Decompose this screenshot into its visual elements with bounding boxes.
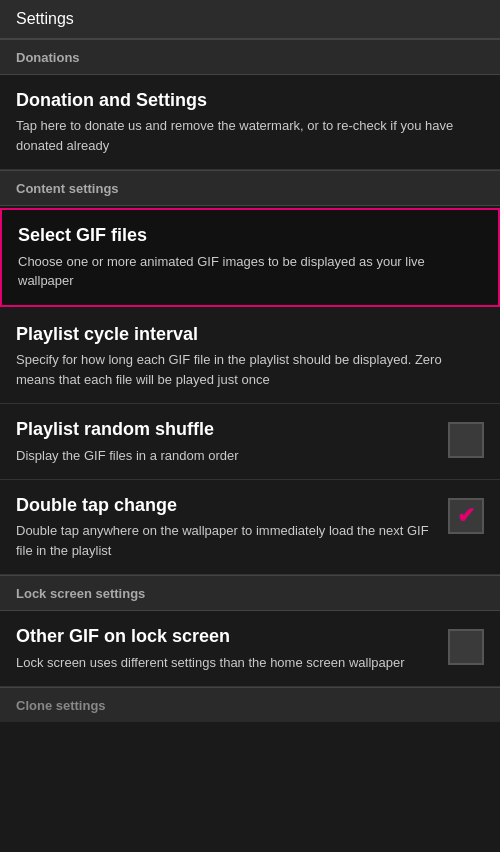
select-gif-item[interactable]: Select GIF files Choose one or more anim… <box>0 208 500 306</box>
double-tap-text-block: Double tap change Double tap anywhere on… <box>16 494 448 560</box>
other-gif-description: Lock screen uses different settings than… <box>16 653 438 673</box>
playlist-shuffle-text-block: Playlist random shuffle Display the GIF … <box>16 418 448 465</box>
playlist-shuffle-checkbox[interactable] <box>448 422 484 458</box>
donations-section-label: Donations <box>16 50 80 65</box>
select-gif-description: Choose one or more animated GIF images t… <box>18 252 472 291</box>
checkmark-icon: ✔ <box>457 503 475 529</box>
content-settings-label: Content settings <box>16 181 119 196</box>
donation-title: Donation and Settings <box>16 89 484 112</box>
playlist-cycle-title: Playlist cycle interval <box>16 323 474 346</box>
donation-settings-item[interactable]: Donation and Settings Tap here to donate… <box>0 75 500 170</box>
select-gif-title: Select GIF files <box>18 224 472 247</box>
other-gif-checkbox-container <box>448 625 484 665</box>
double-tap-item[interactable]: Double tap change Double tap anywhere on… <box>0 480 500 575</box>
double-tap-title: Double tap change <box>16 494 438 517</box>
double-tap-checkbox[interactable]: ✔ <box>448 498 484 534</box>
double-tap-checkbox-container: ✔ <box>448 494 484 534</box>
other-gif-text-block: Other GIF on lock screen Lock screen use… <box>16 625 448 672</box>
playlist-shuffle-item[interactable]: Playlist random shuffle Display the GIF … <box>0 404 500 480</box>
playlist-shuffle-title: Playlist random shuffle <box>16 418 438 441</box>
donations-section-header: Donations <box>0 39 500 75</box>
playlist-shuffle-checkbox-container <box>448 418 484 458</box>
playlist-cycle-item[interactable]: Playlist cycle interval Specify for how … <box>0 309 500 404</box>
other-gif-lock-item[interactable]: Other GIF on lock screen Lock screen use… <box>0 611 500 687</box>
donation-description: Tap here to donate us and remove the wat… <box>16 116 484 155</box>
playlist-cycle-text-block: Playlist cycle interval Specify for how … <box>16 323 484 389</box>
playlist-cycle-description: Specify for how long each GIF file in th… <box>16 350 474 389</box>
title-bar-text: Settings <box>16 10 74 27</box>
content-settings-section-header: Content settings <box>0 170 500 206</box>
clone-settings-label: Clone settings <box>16 698 106 713</box>
other-gif-title: Other GIF on lock screen <box>16 625 438 648</box>
select-gif-text-block: Select GIF files Choose one or more anim… <box>18 224 482 290</box>
title-bar: Settings <box>0 0 500 39</box>
other-gif-checkbox[interactable] <box>448 629 484 665</box>
lock-screen-label: Lock screen settings <box>16 586 145 601</box>
double-tap-description: Double tap anywhere on the wallpaper to … <box>16 521 438 560</box>
lock-screen-section-header: Lock screen settings <box>0 575 500 611</box>
clone-settings-header: Clone settings <box>0 687 500 722</box>
playlist-shuffle-description: Display the GIF files in a random order <box>16 446 438 466</box>
